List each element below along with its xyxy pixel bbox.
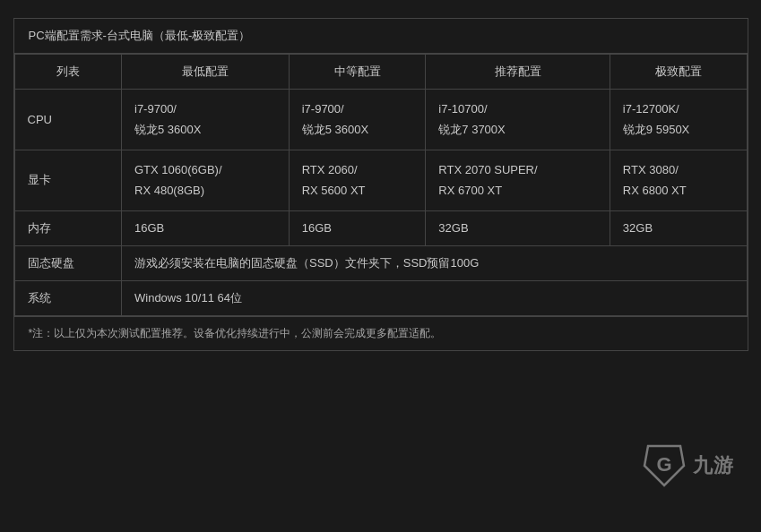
gpu-mid-value: RTX 2060/RX 5600 XT [302,159,413,202]
row-label-os: 系统 [14,280,122,315]
row-cpu: CPU i7-9700/锐龙5 3600X i7-9700/锐龙5 3600X … [14,90,747,150]
watermark-brand: 九游 [693,452,734,479]
row-label-ssd: 固态硬盘 [14,245,122,280]
row-ram: 内存 16GB 16GB 32GB 32GB [14,210,747,245]
row-gpu-max: RTX 3080/RX 6800 XT [610,150,747,210]
row-gpu: 显卡 GTX 1060(6GB)/RX 480(8GB) RTX 2060/RX… [14,150,747,210]
row-ram-rec: 32GB [426,210,610,245]
col-header-min: 最低配置 [122,55,290,90]
row-gpu-mid: RTX 2060/RX 5600 XT [289,150,426,210]
config-table: 列表 最低配置 中等配置 推荐配置 极致配置 CPU i7-9700/锐龙5 3… [14,54,748,316]
row-gpu-min: GTX 1060(6GB)/RX 480(8GB) [122,150,290,210]
cpu-max-value: i7-12700K/锐龙9 5950X [623,99,734,141]
cpu-mid-value: i7-9700/锐龙5 3600X [302,99,413,141]
title-text: PC端配置需求-台式电脑（最低-极致配置） [29,29,251,42]
row-label-cpu: CPU [14,90,122,150]
row-gpu-rec: RTX 2070 SUPER/RX 6700 XT [426,150,610,210]
row-ssd: 固态硬盘 游戏必须安装在电脑的固态硬盘（SSD）文件夹下，SSD预留100G [14,245,747,280]
row-cpu-min: i7-9700/锐龙5 3600X [122,90,290,150]
col-header-max: 极致配置 [610,55,747,90]
gpu-max-value: RTX 3080/RX 6800 XT [623,159,734,202]
footer-text: *注：以上仅为本次测试配置推荐。设备优化持续进行中，公测前会完成更多配置适配。 [29,327,442,339]
row-os: 系统 Windows 10/11 64位 [14,280,747,315]
row-label-ram: 内存 [14,210,122,245]
row-ram-max: 32GB [610,210,747,245]
gpu-min-value: GTX 1060(6GB)/RX 480(8GB) [134,159,276,202]
cpu-rec-value: i7-10700/锐龙7 3700X [438,99,597,141]
col-header-mid: 中等配置 [289,55,426,90]
watermark-logo-icon: G [641,442,687,489]
watermark: G 九游 [641,442,734,489]
cpu-min-value: i7-9700/锐龙5 3600X [134,99,276,141]
row-ssd-value: 游戏必须安装在电脑的固态硬盘（SSD）文件夹下，SSD预留100G [122,245,748,280]
col-header-list: 列表 [14,55,122,90]
row-cpu-rec: i7-10700/锐龙7 3700X [426,90,610,150]
table-header-row: 列表 最低配置 中等配置 推荐配置 极致配置 [14,55,747,90]
row-os-value: Windows 10/11 64位 [122,280,748,315]
gpu-rec-value: RTX 2070 SUPER/RX 6700 XT [438,159,597,202]
svg-text:G: G [656,453,671,476]
col-header-rec: 推荐配置 [426,55,610,90]
main-table-container: PC端配置需求-台式电脑（最低-极致配置） 列表 最低配置 中等配置 推荐配置 … [13,18,748,351]
row-label-gpu: 显卡 [14,150,122,210]
row-cpu-max: i7-12700K/锐龙9 5950X [610,90,747,150]
table-title: PC端配置需求-台式电脑（最低-极致配置） [14,19,748,54]
row-ram-mid: 16GB [289,210,426,245]
footer-note: *注：以上仅为本次测试配置推荐。设备优化持续进行中，公测前会完成更多配置适配。 [14,316,748,350]
row-ram-min: 16GB [122,210,290,245]
row-cpu-mid: i7-9700/锐龙5 3600X [289,90,426,150]
